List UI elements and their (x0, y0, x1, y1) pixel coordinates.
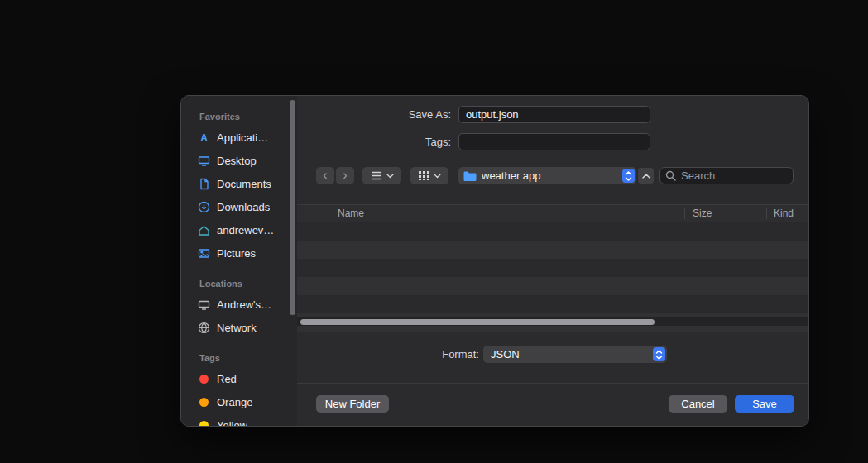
sidebar-item-downloads[interactable]: Downloads (181, 195, 297, 218)
sidebar-item-label: Pictures (217, 247, 256, 260)
sidebar-item-desktop[interactable]: Desktop (181, 149, 297, 172)
orange-tag-icon (199, 398, 209, 407)
sidebar-item-label: andrewev… (217, 224, 274, 236)
chevron-down-icon (386, 174, 394, 179)
desktop-background: Favorites A Applicati… Desktop Documents… (0, 0, 868, 463)
applications-icon: A (198, 131, 210, 144)
search-field[interactable] (659, 167, 794, 184)
folder-dropdown-label: weather app (482, 169, 541, 182)
sidebar-section-locations: Locations (181, 274, 297, 293)
new-folder-button[interactable]: New Folder (316, 395, 389, 413)
sidebar-section-favorites: Favorites (181, 107, 297, 126)
network-globe-icon (198, 322, 210, 334)
file-list-row (297, 295, 808, 313)
sidebar-scrollbar[interactable] (290, 100, 295, 315)
sidebar-item-applications[interactable]: A Applicati… (181, 126, 297, 149)
file-list-row (297, 259, 808, 277)
column-header-size[interactable]: Size (693, 208, 712, 219)
grid-view-dropdown[interactable] (410, 167, 448, 184)
sidebar-item-label: Desktop (217, 155, 257, 167)
home-icon (198, 224, 210, 236)
sidebar-section-tags: Tags (181, 349, 297, 367)
column-divider (766, 208, 767, 219)
dropdown-stepper-icon (622, 169, 635, 183)
computer-icon (198, 298, 210, 311)
format-dropdown-value: JSON (491, 348, 520, 360)
sidebar-item-tag-yellow[interactable]: Yellow (181, 413, 297, 426)
save-dialog: Favorites A Applicati… Desktop Documents… (180, 95, 809, 427)
save-as-input[interactable] (458, 106, 650, 123)
folder-dropdown[interactable]: weather app (458, 167, 636, 184)
sidebar-item-tag-red[interactable]: Red (181, 367, 297, 390)
file-list-header: Name Size Kind (297, 204, 808, 222)
downloads-icon (198, 201, 210, 213)
save-as-label: Save As: (352, 106, 451, 123)
list-view-icon (371, 171, 382, 180)
list-divider (297, 332, 808, 332)
dialog-main-pane: Save As: Tags: ‹ › weather app (297, 96, 808, 426)
search-input[interactable] (679, 169, 793, 183)
up-directory-button[interactable] (638, 168, 654, 184)
desktop-icon (198, 155, 210, 167)
sidebar-item-network[interactable]: Network (181, 316, 297, 339)
tags-input[interactable] (458, 133, 650, 150)
sidebar-item-label: Applicati… (217, 131, 268, 144)
file-list-row (297, 241, 808, 259)
sidebar-item-home[interactable]: andrewev… (181, 218, 297, 241)
column-header-kind[interactable]: Kind (774, 208, 794, 219)
column-divider (684, 208, 685, 219)
column-header-name[interactable]: Name (338, 208, 364, 219)
sidebar-item-label: Yellow (217, 419, 247, 427)
tags-label: Tags: (352, 133, 451, 150)
sidebar-item-label: Downloads (217, 201, 270, 213)
horizontal-scrollbar[interactable] (297, 317, 808, 326)
sidebar-item-pictures[interactable]: Pictures (181, 241, 297, 265)
pictures-icon (198, 247, 210, 260)
red-tag-icon (199, 375, 209, 384)
file-list-row (297, 277, 808, 295)
chevron-up-icon (642, 174, 650, 179)
sidebar-item-label: Network (217, 322, 257, 334)
sidebar-item-computer[interactable]: Andrew's… (181, 293, 297, 316)
file-list-row (297, 222, 808, 241)
back-button[interactable]: ‹ (316, 167, 334, 184)
sidebar-item-label: Red (217, 373, 237, 385)
svg-text:A: A (200, 132, 208, 144)
yellow-tag-icon (199, 421, 209, 427)
list-view-dropdown[interactable] (362, 167, 401, 184)
sidebar-item-label: Andrew's… (217, 298, 271, 311)
chevron-right-icon: › (343, 169, 347, 182)
sidebar-item-tag-orange[interactable]: Orange (181, 390, 297, 413)
sidebar-item-documents[interactable]: Documents (181, 172, 297, 195)
save-button[interactable]: Save (735, 395, 794, 413)
search-icon (665, 170, 676, 181)
sidebar: Favorites A Applicati… Desktop Documents… (181, 96, 297, 426)
folder-icon (463, 171, 477, 181)
sidebar-item-label: Documents (217, 178, 271, 190)
cancel-button[interactable]: Cancel (669, 395, 727, 413)
sidebar-item-label: Orange (217, 396, 252, 408)
file-list[interactable] (297, 222, 808, 332)
chevron-left-icon: ‹ (323, 169, 327, 182)
grid-view-icon (419, 171, 429, 180)
dropdown-stepper-icon (653, 347, 665, 361)
chevron-down-icon (434, 174, 441, 179)
document-icon (198, 178, 210, 190)
forward-button[interactable]: › (336, 167, 354, 184)
horizontal-scrollbar-thumb[interactable] (300, 319, 655, 325)
format-label: Format: (413, 346, 479, 363)
footer-divider (297, 383, 808, 384)
format-dropdown[interactable]: JSON (483, 346, 667, 363)
